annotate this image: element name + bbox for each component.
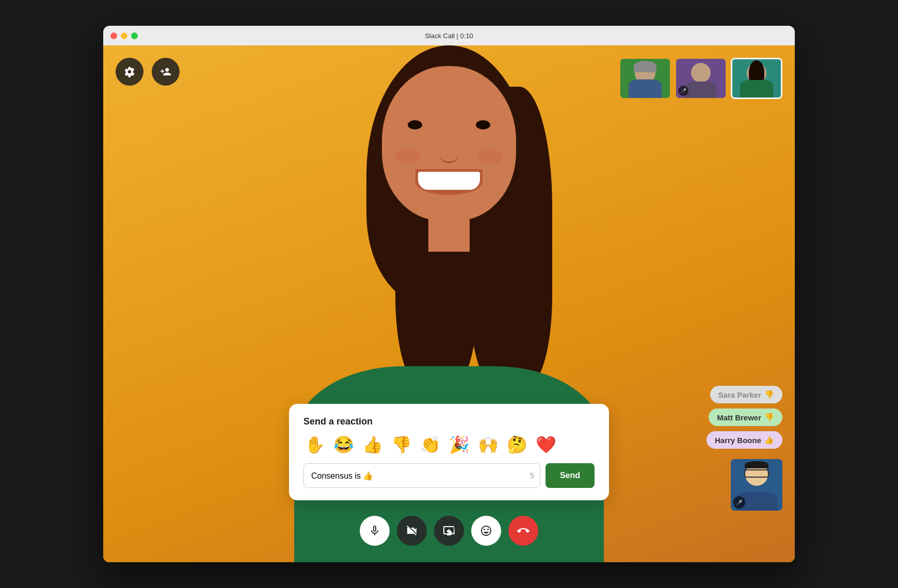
reaction-bubble-matt: Matt Brewer 👎 [707,409,782,426]
eye-left [408,120,422,129]
participant-1-bg [620,59,670,98]
gear-icon [124,66,135,77]
br-glasses [744,469,769,478]
reaction-bubbles: Sara Parker 👎 Matt Brewer 👎 Harry Boone … [707,386,782,449]
top-left-controls [116,58,180,86]
end-call-button[interactable] [508,516,538,546]
harry-boone-bubble: Harry Boone 👍 [707,431,782,449]
screen-button[interactable] [434,516,464,546]
p2-body [685,81,716,98]
video-button[interactable] [397,516,427,546]
emoji-wave[interactable]: ✋ [303,435,326,454]
video-off-icon [406,525,418,537]
face [382,66,516,221]
send-button[interactable]: Send [546,463,595,488]
participants-grid: 🎤 [619,58,782,99]
p2-face [691,63,711,83]
br-hair [745,461,768,468]
reaction-bubble-sara: Sara Parker 👎 [707,386,782,403]
bottom-right-participant[interactable]: 🎤 [731,459,782,511]
emoji-row: ✋ 😂 👍 👎 👏 🎉 🙌 🤔 ❤️ [303,435,595,454]
p1-hair [634,61,656,72]
cheek-right [477,149,503,164]
window-title: Slack Call | 0:10 [425,32,473,40]
reaction-bubble-harry: Harry Boone 👍 [707,431,782,449]
char-count: 5 [530,471,534,480]
minimize-button[interactable] [121,32,127,39]
emoji-icon [480,525,492,537]
reaction-text-input[interactable] [303,463,540,488]
harry-name: Harry Boone [715,436,761,445]
settings-button[interactable] [116,58,143,86]
reaction-input-wrapper: 5 [303,463,540,488]
call-area: 🎤 Send a reaction ✋ 😂 👍 👎 � [103,45,795,562]
app-window: Slack Call | 0:10 [103,26,795,562]
screen-share-off-icon [443,525,455,537]
emoji-heart[interactable]: ❤️ [535,435,557,454]
reaction-input-row: 5 Send [303,463,595,488]
sara-emoji: 👎 [764,390,774,399]
participant-3-bg [732,59,781,97]
emoji-party[interactable]: 🎉 [448,435,471,454]
teeth [418,172,480,190]
participant-thumb-2[interactable]: 🎤 [675,58,727,99]
emoji-wave2[interactable]: 🙌 [477,435,500,454]
sara-name: Sara Parker [718,390,761,399]
bottom-right-bg: 🎤 [731,459,782,511]
emoji-thinking[interactable]: 🤔 [506,435,528,454]
matt-emoji: 👎 [764,413,774,422]
end-call-icon [517,525,530,537]
mute-badge-2: 🎤 [678,86,688,96]
p3-body [740,80,773,97]
participant-thumb-1[interactable] [619,58,671,99]
reaction-panel: Send a reaction ✋ 😂 👍 👎 👏 🎉 🙌 🤔 ❤️ 5 Sen… [289,404,609,500]
mic-button[interactable] [360,516,390,546]
cheek-left [395,149,421,164]
nose [440,149,458,163]
titlebar: Slack Call | 0:10 [103,26,795,45]
bottom-controls [360,516,538,546]
close-button[interactable] [110,32,117,39]
emoji-clap[interactable]: 👏 [419,435,442,454]
p1-body [629,79,662,98]
matt-brewer-bubble: Matt Brewer 👎 [709,409,782,426]
emoji-thumbs-up[interactable]: 👍 [361,435,384,454]
mic-icon [368,525,381,537]
add-person-button[interactable] [152,58,180,86]
br-mute-overlay: 🎤 [733,496,745,509]
reaction-panel-title: Send a reaction [303,416,595,427]
window-controls [110,32,138,39]
neck [428,210,470,252]
matt-name: Matt Brewer [717,413,761,422]
harry-emoji: 👍 [764,435,774,445]
eye-right [476,120,490,129]
emoji-laugh[interactable]: 😂 [332,435,355,454]
emoji-thumbs-down[interactable]: 👎 [390,435,413,454]
emoji-button[interactable] [471,516,501,546]
add-person-icon [160,66,171,77]
maximize-button[interactable] [131,32,138,39]
sara-parker-bubble: Sara Parker 👎 [710,386,782,403]
participant-thumb-3[interactable] [731,58,782,99]
